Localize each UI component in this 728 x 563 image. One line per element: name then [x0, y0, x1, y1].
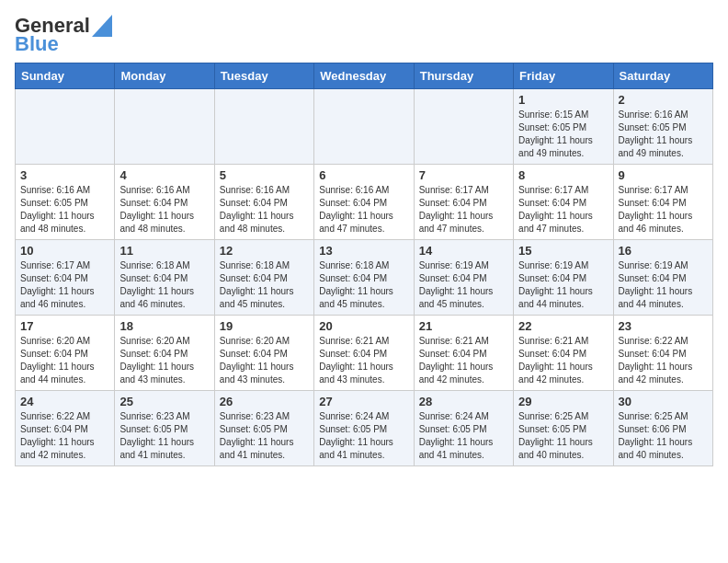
day-cell [214, 89, 313, 165]
day-cell: 28Sunrise: 6:24 AM Sunset: 6:05 PM Dayli… [414, 391, 513, 466]
day-info: Sunrise: 6:22 AM Sunset: 6:04 PM Dayligh… [619, 335, 708, 386]
day-number: 1 [518, 93, 608, 107]
day-cell: 19Sunrise: 6:20 AM Sunset: 6:04 PM Dayli… [214, 316, 313, 391]
day-cell: 5Sunrise: 6:16 AM Sunset: 6:04 PM Daylig… [214, 165, 313, 240]
day-cell [414, 89, 513, 165]
day-cell: 22Sunrise: 6:21 AM Sunset: 6:04 PM Dayli… [514, 316, 613, 391]
day-info: Sunrise: 6:18 AM Sunset: 6:04 PM Dayligh… [220, 259, 309, 311]
day-cell [115, 89, 214, 165]
day-number: 18 [119, 319, 209, 333]
week-row-5: 24Sunrise: 6:22 AM Sunset: 6:04 PM Dayli… [16, 391, 713, 466]
calendar-header-row: SundayMondayTuesdayWednesdayThursdayFrid… [16, 63, 713, 89]
day-number: 8 [518, 168, 608, 182]
day-info: Sunrise: 6:19 AM Sunset: 6:04 PM Dayligh… [518, 259, 608, 311]
header-monday: Monday [115, 63, 214, 89]
day-number: 21 [419, 319, 508, 333]
day-cell: 30Sunrise: 6:25 AM Sunset: 6:06 PM Dayli… [613, 391, 712, 466]
day-number: 27 [319, 395, 408, 408]
day-info: Sunrise: 6:23 AM Sunset: 6:05 PM Dayligh… [220, 410, 309, 462]
day-info: Sunrise: 6:25 AM Sunset: 6:06 PM Dayligh… [619, 410, 708, 462]
day-cell: 1Sunrise: 6:15 AM Sunset: 6:05 PM Daylig… [514, 89, 613, 165]
day-cell: 17Sunrise: 6:20 AM Sunset: 6:04 PM Dayli… [16, 316, 115, 391]
day-cell: 16Sunrise: 6:19 AM Sunset: 6:04 PM Dayli… [613, 240, 712, 316]
day-cell: 12Sunrise: 6:18 AM Sunset: 6:04 PM Dayli… [214, 240, 313, 316]
day-number: 10 [20, 244, 109, 258]
day-cell: 6Sunrise: 6:16 AM Sunset: 6:04 PM Daylig… [314, 165, 414, 240]
day-number: 23 [619, 319, 708, 333]
day-cell: 4Sunrise: 6:16 AM Sunset: 6:04 PM Daylig… [115, 165, 214, 240]
day-info: Sunrise: 6:21 AM Sunset: 6:04 PM Dayligh… [419, 335, 508, 386]
day-info: Sunrise: 6:17 AM Sunset: 6:04 PM Dayligh… [518, 184, 608, 236]
day-number: 13 [319, 244, 408, 258]
svg-marker-0 [92, 15, 112, 37]
day-cell [16, 89, 115, 165]
day-cell: 20Sunrise: 6:21 AM Sunset: 6:04 PM Dayli… [314, 316, 414, 391]
day-number: 25 [119, 395, 209, 408]
day-number: 7 [419, 168, 508, 182]
day-number: 30 [619, 395, 708, 408]
day-cell: 7Sunrise: 6:17 AM Sunset: 6:04 PM Daylig… [414, 165, 513, 240]
day-info: Sunrise: 6:22 AM Sunset: 6:04 PM Dayligh… [20, 410, 109, 462]
day-number: 26 [220, 395, 309, 408]
week-row-3: 10Sunrise: 6:17 AM Sunset: 6:04 PM Dayli… [16, 240, 713, 316]
header-tuesday: Tuesday [214, 63, 313, 89]
day-info: Sunrise: 6:17 AM Sunset: 6:04 PM Dayligh… [419, 184, 508, 236]
calendar-table: SundayMondayTuesdayWednesdayThursdayFrid… [15, 63, 713, 466]
day-number: 16 [619, 244, 708, 258]
day-cell: 26Sunrise: 6:23 AM Sunset: 6:05 PM Dayli… [214, 391, 313, 466]
day-cell: 13Sunrise: 6:18 AM Sunset: 6:04 PM Dayli… [314, 240, 414, 316]
day-cell: 27Sunrise: 6:24 AM Sunset: 6:05 PM Dayli… [314, 391, 414, 466]
day-cell: 23Sunrise: 6:22 AM Sunset: 6:04 PM Dayli… [613, 316, 712, 391]
day-info: Sunrise: 6:16 AM Sunset: 6:05 PM Dayligh… [20, 184, 109, 236]
header-saturday: Saturday [613, 63, 712, 89]
day-cell [314, 89, 414, 165]
day-number: 9 [619, 168, 708, 182]
day-cell: 24Sunrise: 6:22 AM Sunset: 6:04 PM Dayli… [16, 391, 115, 466]
header-sunday: Sunday [16, 63, 115, 89]
day-info: Sunrise: 6:18 AM Sunset: 6:04 PM Dayligh… [119, 259, 209, 311]
day-number: 12 [220, 244, 309, 258]
day-info: Sunrise: 6:17 AM Sunset: 6:04 PM Dayligh… [619, 184, 708, 236]
day-info: Sunrise: 6:24 AM Sunset: 6:05 PM Dayligh… [319, 410, 408, 462]
day-info: Sunrise: 6:16 AM Sunset: 6:04 PM Dayligh… [119, 184, 209, 236]
day-cell: 11Sunrise: 6:18 AM Sunset: 6:04 PM Dayli… [115, 240, 214, 316]
page-header: General Blue [15, 15, 713, 55]
day-info: Sunrise: 6:15 AM Sunset: 6:05 PM Dayligh… [518, 109, 608, 160]
day-info: Sunrise: 6:17 AM Sunset: 6:04 PM Dayligh… [20, 259, 109, 311]
day-cell: 3Sunrise: 6:16 AM Sunset: 6:05 PM Daylig… [16, 165, 115, 240]
day-number: 3 [20, 168, 109, 182]
day-number: 24 [20, 395, 109, 408]
day-info: Sunrise: 6:18 AM Sunset: 6:04 PM Dayligh… [319, 259, 408, 311]
day-cell: 14Sunrise: 6:19 AM Sunset: 6:04 PM Dayli… [414, 240, 513, 316]
day-cell: 25Sunrise: 6:23 AM Sunset: 6:05 PM Dayli… [115, 391, 214, 466]
day-number: 28 [419, 395, 508, 408]
header-wednesday: Wednesday [314, 63, 414, 89]
day-number: 15 [518, 244, 608, 258]
logo-icon [92, 11, 112, 37]
day-number: 19 [220, 319, 309, 333]
day-number: 5 [220, 168, 309, 182]
day-number: 6 [319, 168, 408, 182]
day-info: Sunrise: 6:24 AM Sunset: 6:05 PM Dayligh… [419, 410, 508, 462]
day-info: Sunrise: 6:21 AM Sunset: 6:04 PM Dayligh… [518, 335, 608, 386]
day-number: 29 [518, 395, 608, 408]
day-number: 17 [20, 319, 109, 333]
day-cell: 15Sunrise: 6:19 AM Sunset: 6:04 PM Dayli… [514, 240, 613, 316]
day-info: Sunrise: 6:19 AM Sunset: 6:04 PM Dayligh… [619, 259, 708, 311]
day-cell: 10Sunrise: 6:17 AM Sunset: 6:04 PM Dayli… [16, 240, 115, 316]
day-cell: 18Sunrise: 6:20 AM Sunset: 6:04 PM Dayli… [115, 316, 214, 391]
day-info: Sunrise: 6:20 AM Sunset: 6:04 PM Dayligh… [119, 335, 209, 386]
header-friday: Friday [514, 63, 613, 89]
day-info: Sunrise: 6:16 AM Sunset: 6:04 PM Dayligh… [319, 184, 408, 236]
logo: General Blue [15, 15, 112, 55]
day-number: 20 [319, 319, 408, 333]
day-cell: 2Sunrise: 6:16 AM Sunset: 6:05 PM Daylig… [613, 89, 712, 165]
day-number: 14 [419, 244, 508, 258]
week-row-1: 1Sunrise: 6:15 AM Sunset: 6:05 PM Daylig… [16, 89, 713, 165]
day-cell: 21Sunrise: 6:21 AM Sunset: 6:04 PM Dayli… [414, 316, 513, 391]
day-info: Sunrise: 6:19 AM Sunset: 6:04 PM Dayligh… [419, 259, 508, 311]
day-cell: 8Sunrise: 6:17 AM Sunset: 6:04 PM Daylig… [514, 165, 613, 240]
day-cell: 29Sunrise: 6:25 AM Sunset: 6:05 PM Dayli… [514, 391, 613, 466]
logo-text-line2: Blue [15, 33, 59, 55]
day-number: 4 [119, 168, 209, 182]
